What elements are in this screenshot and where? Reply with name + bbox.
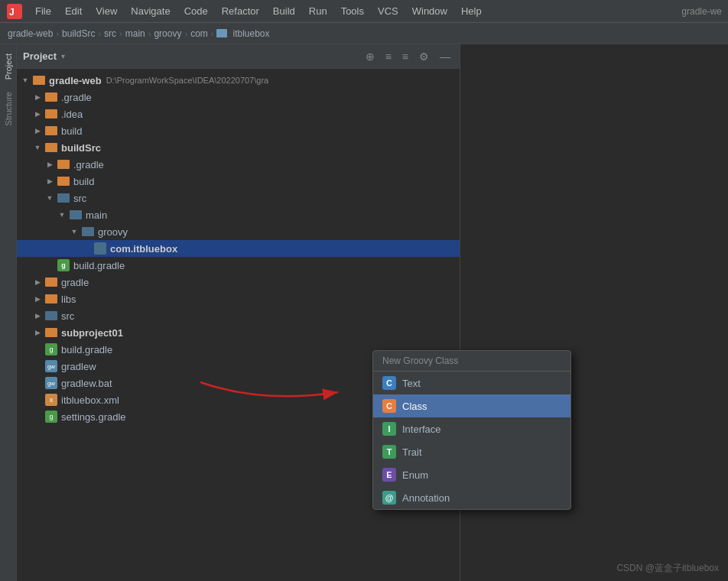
tree-arrow-build1[interactable] [32,125,43,136]
tree-icon-settings: g [45,411,57,423]
list-item[interactable]: .gradle [17,156,460,173]
breadcrumb-sep-1: › [56,29,59,38]
panel-actions: ⊕ ≡ ≡ ⚙ — [362,49,453,64]
context-menu-icon-class: C [382,399,396,413]
context-menu-icon-annotation: @ [382,491,396,505]
menu-view[interactable]: View [89,3,123,19]
context-menu-item-annotation[interactable]: @ Annotation [373,486,570,509]
list-item[interactable]: .gradle [17,89,460,105]
tree-icon-subproject [45,328,57,337]
list-item[interactable]: gradle [17,274,460,290]
list-item[interactable]: subproject01 [17,324,460,341]
list-item[interactable]: main [17,206,460,223]
tree-arrow-build2[interactable] [44,176,55,187]
tree-arrow-idea[interactable] [32,109,43,119]
menu-code[interactable]: Code [178,3,214,19]
menu-build[interactable]: Build [267,3,301,19]
tree-label-build1: build [61,125,82,137]
tree-icon-idea [45,109,57,118]
menu-edit[interactable]: Edit [59,3,88,19]
menu-tools[interactable]: Tools [335,3,370,19]
breadcrumb-folder-icon [216,29,227,37]
breadcrumb: gradle-web › buildSrc › src › main › gro… [0,23,728,44]
tree-label-gradle1: .gradle [61,92,92,103]
tree-arrow-libs[interactable] [32,294,43,304]
list-item[interactable]: src [17,307,460,324]
menu-window[interactable]: Window [406,3,453,19]
list-item[interactable]: g build.gradle [17,257,460,274]
breadcrumb-sep-5: › [184,29,187,38]
menu-file[interactable]: File [29,3,57,19]
tree-icon-gradlew: gw [45,360,57,372]
list-item[interactable]: build [17,122,460,139]
tree-label-gradle2: .gradle [73,159,104,170]
breadcrumb-com[interactable]: com [190,28,208,39]
tree-arrow-main[interactable] [57,209,67,220]
tree-arrow-buildsrc[interactable] [32,142,43,153]
breadcrumb-groovy[interactable]: groovy [154,28,181,39]
tree-root-path: D:\ProgramWorkSpace\IDEA\20220707\gra [106,76,269,85]
list-item[interactable]: buildSrc [17,139,460,156]
context-menu-item-interface[interactable]: I Interface [373,417,570,440]
list-item[interactable]: libs [17,290,460,307]
breadcrumb-itbluebox[interactable]: itbluebox [232,28,269,39]
tree-root-arrow[interactable] [20,75,31,86]
panel-action-settings[interactable]: ⚙ [416,49,432,64]
context-menu-item-class[interactable]: C Class [373,394,570,417]
tree-icon-gradle3 [45,278,57,287]
tree-label-groovy: groovy [98,226,128,238]
context-menu-icon-text: C [382,376,396,390]
menu-refactor[interactable]: Refactor [216,3,265,19]
tree-icon-buildgradle2: g [45,343,57,355]
tree-icon-buildsrc [45,143,57,152]
context-menu-label-text: Text [402,378,421,389]
panel-header: Project ▾ ⊕ ≡ ≡ ⚙ — [17,44,460,69]
tree-icon-src2 [45,311,57,320]
tree-label-libs: libs [61,294,76,305]
tree-label-buildsrc: buildSrc [61,142,101,154]
tree-arrow-subproject[interactable] [32,327,43,338]
tree-arrow-src2[interactable] [32,310,43,321]
tree-label-gradlew: gradlew [61,361,96,372]
breadcrumb-buildsrc[interactable]: buildSrc [62,28,95,39]
menu-navigate[interactable]: Navigate [125,3,176,19]
tree-item-comitbluebox[interactable]: com.itbluebox [17,240,460,257]
tree-icon-xml: x [45,394,57,406]
tree-label-xml: itbluebox.xml [61,394,119,406]
panel-action-collapse-all[interactable]: ≡ [382,49,395,64]
panel-title: Project [23,50,57,62]
side-tab-structure[interactable]: Structure [2,86,15,132]
tree-icon-groovy [82,227,94,236]
context-menu-item-trait[interactable]: T Trait [373,440,570,463]
breadcrumb-main[interactable]: main [125,28,145,39]
menu-vcs[interactable]: VCS [372,3,405,19]
tree-icon-build2 [57,177,70,186]
context-menu-icon-interface: I [382,422,396,436]
tree-arrow-gradle1[interactable] [32,92,43,102]
tree-arrow-gradle2[interactable] [44,159,55,170]
menu-run[interactable]: Run [303,3,333,19]
tree-arrow-gradle3[interactable] [32,277,43,287]
breadcrumb-src[interactable]: src [104,28,116,39]
list-item[interactable]: src [17,190,460,206]
list-item[interactable]: .idea [17,105,460,122]
breadcrumb-gradle-web[interactable]: gradle-web [8,28,53,39]
side-tab-project[interactable]: Project [2,47,15,86]
menu-help[interactable]: Help [455,3,488,19]
panel-action-locate[interactable]: ⊕ [362,49,378,64]
panel-dropdown-icon[interactable]: ▾ [61,52,65,60]
context-menu-title: New Groovy Class [373,351,570,372]
tree-arrow-groovy[interactable] [69,226,80,237]
app-logo: J [6,3,23,20]
context-menu-item-enum[interactable]: E Enum [373,463,570,486]
panel-action-expand-all[interactable]: ≡ [399,49,411,64]
tree-label-subproject: subproject01 [61,327,123,339]
tree-arrow-src[interactable] [44,193,55,203]
list-item[interactable]: build [17,173,460,190]
list-item[interactable]: groovy [17,223,460,240]
context-menu: New Groovy Class C Text C Class I Interf… [372,350,571,510]
context-menu-item-text[interactable]: C Text [373,372,570,394]
breadcrumb-sep-6: › [211,29,214,38]
panel-action-minimize[interactable]: — [437,49,453,64]
tree-root[interactable]: gradle-web D:\ProgramWorkSpace\IDEA\2022… [17,72,460,89]
